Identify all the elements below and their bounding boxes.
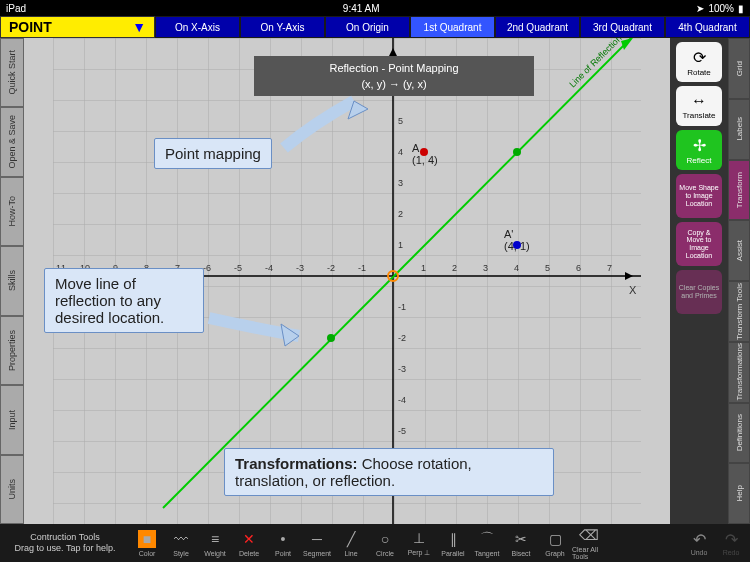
svg-text:-5: -5 [234,263,242,273]
legend-formula: (x, y) → (y, x) [266,78,522,90]
callout-transform: Transformations: Choose rotation, transl… [224,448,554,496]
right-tab-7[interactable]: Help [728,463,750,524]
left-tab-2[interactable]: How-To [0,177,24,246]
right-panel: ⟳Rotate ↔Translate ✢Reflect Move Shape t… [670,38,728,524]
tool-weight[interactable]: ≡Weight [198,524,232,562]
left-sidebar: Quick StartOpen & SaveHow-ToSkillsProper… [0,38,24,524]
tool-line[interactable]: ╱Line [334,524,368,562]
tool-parallel[interactable]: ∥Parallel [436,524,470,562]
svg-text:-3: -3 [398,364,406,374]
svg-text:3: 3 [398,178,403,188]
tool-tangent[interactable]: ⌒Tangent [470,524,504,562]
tool-point[interactable]: •Point [266,524,300,562]
svg-text:2: 2 [398,209,403,219]
mode-tab-1[interactable]: On Y-Axis [240,16,325,38]
svg-text:-2: -2 [327,263,335,273]
callout-mapping: Point mapping [154,138,272,169]
svg-text:5: 5 [545,263,550,273]
svg-text:-5: -5 [398,426,406,436]
translate-button[interactable]: ↔Translate [676,86,722,126]
bottom-toolbar: Contruction ToolsDrag to use. Tap for he… [0,524,750,562]
right-tab-3[interactable]: Assist [728,220,750,281]
right-tab-5[interactable]: Transformations [728,342,750,403]
status-time: 9:41 AM [26,3,696,14]
svg-text:-1: -1 [398,302,406,312]
callout-moveline: Move line of reflection to any desired l… [44,268,204,333]
svg-text:-4: -4 [265,263,273,273]
mode-tab-3[interactable]: 1st Quadrant [410,16,495,38]
tool-segment[interactable]: ─Segment [300,524,334,562]
point-a-label: A(1, 4) [412,142,438,166]
mode-tab-2[interactable]: On Origin [325,16,410,38]
main-area: Quick StartOpen & SaveHow-ToSkillsProper… [0,38,750,524]
tool-style[interactable]: 〰Style [164,524,198,562]
tool-circle[interactable]: ○Circle [368,524,402,562]
top-bar: POINT ▼ On X-AxisOn Y-AxisOn Origin1st Q… [0,16,750,38]
mapping-legend: Reflection - Point Mapping (x, y) → (y, … [254,56,534,96]
tool-color[interactable]: ■Color [130,524,164,562]
svg-point-6 [513,148,521,156]
move-shape-button[interactable]: Move Shape to Image Location [676,174,722,218]
status-bar: iPad 9:41 AM ➤ 100% ▮ [0,0,750,16]
svg-text:1: 1 [421,263,426,273]
construction-help: Contruction ToolsDrag to use. Tap for he… [0,532,130,554]
left-tab-5[interactable]: Input [0,385,24,454]
tool-perp-⊥[interactable]: ⊥Perp ⊥ [402,524,436,562]
svg-text:X: X [629,284,637,296]
right-tab-4[interactable]: Transform Tools [728,281,750,342]
point-label: POINT [9,19,52,35]
left-tab-0[interactable]: Quick Start [0,38,24,107]
canvas[interactable]: 1234567 -1-2-3-4-5-6-7-8-9-10-11 1234567… [24,38,670,524]
svg-text:1: 1 [398,240,403,250]
right-tab-2[interactable]: Transform [728,160,750,221]
tool-bisect[interactable]: ✂Bisect [504,524,538,562]
copy-move-button[interactable]: Copy & Move to Image Location [676,222,722,266]
point-dropdown[interactable]: POINT ▼ [0,16,155,38]
mode-tab-5[interactable]: 3rd Quadrant [580,16,665,38]
svg-text:-4: -4 [398,395,406,405]
right-sidebar: GridLabelsTransformAssistTransform Tools… [728,38,750,524]
tool-delete[interactable]: ✕Delete [232,524,266,562]
reflect-button[interactable]: ✢Reflect [676,130,722,170]
legend-title: Reflection - Point Mapping [266,62,522,74]
left-tab-1[interactable]: Open & Save [0,107,24,176]
right-tab-1[interactable]: Labels [728,99,750,160]
right-tab-6[interactable]: Definitions [728,403,750,464]
svg-text:-2: -2 [398,333,406,343]
mode-tab-0[interactable]: On X-Axis [155,16,240,38]
tools-row: ■Color〰Style≡Weight✕Delete•Point─Segment… [130,524,606,562]
svg-text:7: 7 [607,263,612,273]
svg-point-7 [327,334,335,342]
svg-text:3: 3 [483,263,488,273]
left-tab-6[interactable]: Units [0,455,24,524]
left-tab-4[interactable]: Properties [0,316,24,385]
svg-text:-3: -3 [296,263,304,273]
tool-clear-all-tools[interactable]: ⌫Clear All Tools [572,524,606,562]
svg-text:-1: -1 [358,263,366,273]
chevron-down-icon: ▼ [132,19,146,35]
mode-tab-6[interactable]: 4th Quadrant [665,16,750,38]
redo-button[interactable]: ↷Redo [716,526,746,560]
point-ap-label: A'(4, 1) [504,228,530,252]
rotate-button[interactable]: ⟳Rotate [676,42,722,82]
svg-text:2: 2 [452,263,457,273]
carrier: iPad [6,3,26,14]
svg-text:-6: -6 [203,263,211,273]
svg-text:4: 4 [514,263,519,273]
tool-graph[interactable]: ▢Graph [538,524,572,562]
svg-text:6: 6 [576,263,581,273]
svg-text:5: 5 [398,116,403,126]
status-battery: ➤ 100% ▮ [696,3,744,14]
mode-tabs: On X-AxisOn Y-AxisOn Origin1st Quadrant2… [155,16,750,38]
clear-copies-button[interactable]: Clear Copies and Primes [676,270,722,314]
svg-text:4: 4 [398,147,403,157]
mode-tab-4[interactable]: 2nd Quadrant [495,16,580,38]
undo-button[interactable]: ↶Undo [684,526,714,560]
right-tab-0[interactable]: Grid [728,38,750,99]
left-tab-3[interactable]: Skills [0,246,24,315]
